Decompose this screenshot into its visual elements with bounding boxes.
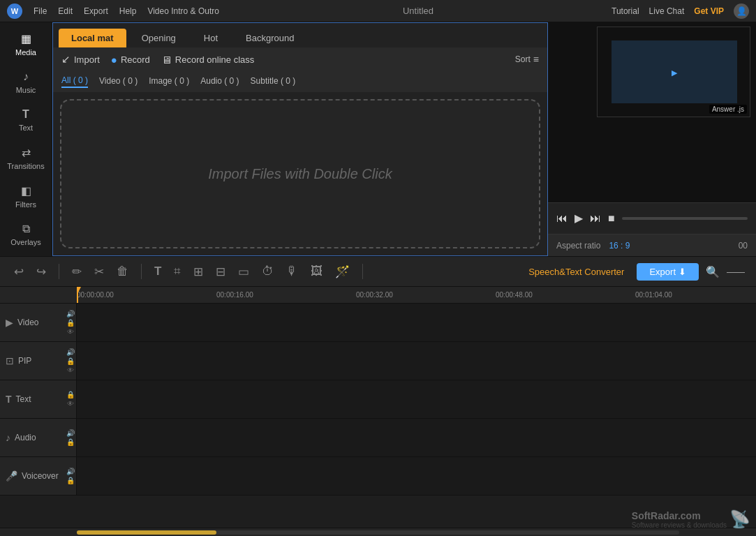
preview-forward-button[interactable]: ⏭ [590,213,601,224]
track-text: T Text 🔒 👁 [0,380,756,419]
text-track-content[interactable] [77,380,756,418]
video-eye-icon[interactable]: 👁 [67,328,74,336]
sidebar-item-filters[interactable]: ◧ Filters [0,177,52,216]
menu-export[interactable]: Export [78,6,114,16]
transform-icon[interactable]: ⊞ [191,262,206,282]
edit-icon[interactable]: ✏ [69,262,84,282]
preview-thumbnail: ▶ Answer .js [597,27,750,117]
filter-video[interactable]: Video ( 0 ) [99,75,138,87]
scrollbar-track[interactable] [77,530,679,535]
delete-icon[interactable]: 🗑 [114,262,131,281]
text-tool-icon[interactable]: T [151,262,164,281]
mic-icon[interactable]: 🎙 [283,262,301,281]
effects-icon[interactable]: 🪄 [332,262,353,282]
timeline-playhead[interactable] [77,287,78,303]
sidebar-item-music[interactable]: ♪ Music [0,64,52,101]
video-volume-icon[interactable]: 🔊 [66,310,75,318]
speech-text-converter-button[interactable]: Speech&Text Converter [523,264,630,280]
tab-local-mat[interactable]: Local mat [59,29,126,47]
sidebar-item-media[interactable]: ▦ Media [0,25,52,64]
audio-lock-icon[interactable]: 🔒 [66,438,75,446]
pip-track-content[interactable] [77,342,756,380]
export-button[interactable]: Export ⬇ [637,263,699,281]
zoom-slider[interactable]: —— [727,267,745,277]
pip-track-icon: ⊡ [6,355,14,366]
import-button[interactable]: ↙ Import [61,53,100,66]
pip-volume-icon[interactable]: 🔊 [66,348,75,356]
menu-help[interactable]: Help [114,6,142,16]
ruler-track: 00:00:00.00 00:00:16.00 00:00:32.00 00:0… [77,287,756,303]
tab-opening[interactable]: Opening [129,29,188,47]
pip-lock-icon[interactable]: 🔒 [66,357,75,365]
filter-audio[interactable]: Audio ( 0 ) [200,75,239,87]
preview-rewind-button[interactable]: ⏮ [556,213,568,224]
audio-track-name: Audio [15,433,36,442]
audio-track-content[interactable] [77,419,756,456]
crop-icon[interactable]: ⌗ [171,262,184,281]
sidebar-item-text[interactable]: T Text [0,101,52,139]
menu-edit[interactable]: Edit [52,6,78,16]
record-button[interactable]: ● Record [111,54,150,66]
record-online-label: Record online class [175,54,254,65]
text-track-controls: 🔒 👁 [66,380,75,418]
photo-icon[interactable]: 🖼 [308,262,325,281]
track-label-text: T Text 🔒 👁 [0,380,77,418]
pip-track-controls: 🔊 🔒 👁 [66,342,75,380]
voiceover-volume-icon[interactable]: 🔊 [66,468,75,475]
preview-video-area: ▶ Answer .js [548,22,756,202]
scrollbar-thumb[interactable] [77,530,216,535]
filter-image[interactable]: Image ( 0 ) [149,75,189,87]
track-video: ▶ Video 🔊 🔒 👁 [0,304,756,342]
sidebar-label-media: Media [15,48,36,57]
sort-button[interactable]: Sort ≡ [515,54,539,65]
filter-subtitle[interactable]: Subtitle ( 0 ) [251,75,296,87]
preview-play-button[interactable]: ▶ [575,213,583,224]
track-label-audio: ♪ Audio 🔊 🔒 [0,419,77,456]
media-panel: Local mat Opening Hot Background ↙ Impor… [52,22,548,256]
preview-stop-button[interactable]: ■ [608,213,615,224]
redo-icon[interactable]: ↪ [34,262,49,282]
video-track-name: Video [17,318,38,327]
zoom-out-icon[interactable]: 🔍 [706,265,720,278]
screen-icon[interactable]: ▭ [235,262,252,282]
track-voiceover: 🎤 Voiceover 🔊 🔒 [0,457,756,496]
tab-background[interactable]: Background [233,29,306,47]
video-lock-icon[interactable]: 🔒 [66,319,75,327]
live-chat-link[interactable]: Live Chat [649,6,685,16]
user-avatar[interactable]: 👤 [734,3,749,19]
svg-text:▶: ▶ [672,68,678,77]
clock-icon[interactable]: ⏱ [259,262,276,281]
watermark-brand: SoftRadar.com [632,510,727,521]
text-eye-icon[interactable]: 👁 [67,400,74,408]
sidebar-item-overlays[interactable]: ⧉ Overlays [0,216,52,253]
layout-icon[interactable]: ⊟ [213,262,228,282]
tab-hot[interactable]: Hot [191,29,230,47]
voiceover-track-name: Voiceover [22,471,59,481]
menu-file[interactable]: File [28,6,52,16]
music-icon: ♪ [23,70,29,83]
text-lock-icon[interactable]: 🔒 [66,391,75,399]
get-vip-button[interactable]: Get VIP [694,6,724,16]
cut-icon[interactable]: ✂ [91,262,107,282]
filter-all[interactable]: All ( 0 ) [61,74,88,88]
voiceover-lock-icon[interactable]: 🔒 [66,477,75,484]
thumbnail-label: Answer .js [709,105,747,114]
sidebar-item-transitions[interactable]: ⇄ Transitions [0,139,52,177]
menu-video-intro[interactable]: Video Intro & Outro [142,6,225,16]
preview-progress-bar[interactable] [622,217,748,220]
app-logo: W [7,3,22,19]
import-icon: ↙ [61,53,71,66]
video-track-content[interactable] [77,304,756,341]
record-online-button[interactable]: 🖥 Record online class [161,54,254,66]
tutorial-link[interactable]: Tutorial [612,6,639,16]
sidebar-label-transitions: Transitions [7,162,44,170]
voiceover-track-content[interactable] [77,457,756,495]
media-dropzone[interactable]: Import Files with Double Click [60,99,540,248]
dropzone-text: Import Files with Double Click [208,166,392,182]
aspect-ratio-label: Aspect ratio [556,241,600,251]
undo-icon[interactable]: ↩ [11,262,27,282]
ruler-mark-1: 00:00:16.00 [216,291,253,299]
audio-volume-icon[interactable]: 🔊 [66,429,75,437]
pip-eye-icon[interactable]: 👁 [67,366,74,374]
record-online-icon: 🖥 [161,54,172,66]
